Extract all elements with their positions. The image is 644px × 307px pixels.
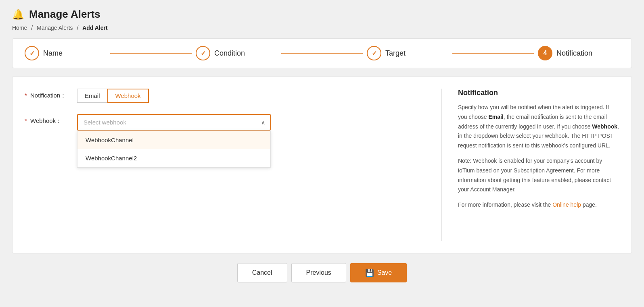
step-notification-circle: 4 [538, 46, 552, 60]
breadcrumb-sep1: / [31, 25, 33, 31]
webhook-dropdown-list: WebhookChannel WebhookChannel2 [77, 131, 271, 168]
step-name-circle: ✓ [25, 46, 39, 60]
step-name-label: Name [43, 49, 63, 58]
info-email-bold: Email [489, 114, 504, 120]
step-line-3 [452, 53, 534, 54]
breadcrumb-manage-alerts[interactable]: Manage Alerts [37, 25, 73, 31]
stepper: ✓ Name ✓ Condition ✓ Target 4 Notificati… [12, 38, 632, 68]
step-condition: ✓ Condition [196, 46, 277, 60]
webhook-label: * Webhook： [25, 114, 77, 125]
step-notification: 4 Notification [538, 46, 619, 60]
previous-button[interactable]: Previous [291, 263, 346, 282]
step-line-1 [110, 53, 192, 54]
footer-bar: Cancel Previous 💾 Save [12, 253, 632, 286]
save-label: Save [377, 269, 392, 276]
breadcrumb-current: Add Alert [82, 25, 107, 31]
info-para2: Note: Webhook is enabled for your compan… [458, 156, 619, 195]
step-target-label: Target [385, 49, 406, 58]
info-panel: Notification Specify how you will be not… [450, 89, 619, 241]
notification-row: * Notification： Email Webhook [25, 89, 433, 103]
info-para3-prefix: For more information, please visit the [458, 201, 552, 208]
step-notification-label: Notification [556, 49, 592, 58]
step-target-circle: ✓ [367, 46, 381, 60]
notification-label: * Notification： [25, 89, 77, 100]
info-para1: Specify how you will be notified when th… [458, 103, 619, 151]
webhook-option-2[interactable]: WebhookChannel2 [77, 149, 270, 167]
breadcrumb-sep2: / [77, 25, 78, 31]
webhook-label-text: Webhook： [30, 117, 62, 124]
main-content: * Notification： Email Webhook * Webhook：… [12, 76, 632, 253]
webhook-option-1[interactable]: WebhookChannel [77, 131, 270, 149]
step-line-2 [281, 53, 363, 54]
breadcrumb-home[interactable]: Home [12, 25, 27, 31]
step-condition-circle: ✓ [196, 46, 210, 60]
page-title: 🔔 Manage Alerts [12, 8, 632, 21]
webhook-select-input[interactable]: Select webhook [77, 114, 271, 131]
online-help-link[interactable]: Online help [552, 201, 581, 208]
notification-buttons: Email Webhook [77, 89, 149, 103]
webhook-button[interactable]: Webhook [107, 89, 149, 103]
email-button[interactable]: Email [77, 89, 107, 103]
step-condition-label: Condition [214, 49, 245, 58]
notification-required-star: * [25, 92, 27, 99]
save-icon: 💾 [365, 268, 374, 277]
save-button[interactable]: 💾 Save [350, 263, 407, 282]
cancel-button[interactable]: Cancel [237, 263, 287, 282]
webhook-placeholder: Select webhook [84, 119, 126, 126]
notification-label-text: Notification： [30, 92, 66, 99]
bell-icon: 🔔 [12, 9, 24, 20]
webhook-dropdown[interactable]: Select webhook ∧ WebhookChannel WebhookC… [77, 114, 271, 131]
step-target: ✓ Target [367, 46, 448, 60]
form-panel: * Notification： Email Webhook * Webhook：… [25, 89, 442, 241]
info-para3-suffix: page. [581, 201, 597, 208]
info-para3: For more information, please visit the O… [458, 200, 619, 210]
info-webhook-bold: Webhook [592, 123, 617, 130]
webhook-required-star: * [25, 117, 27, 124]
info-title: Notification [458, 89, 619, 97]
breadcrumb: Home / Manage Alerts / Add Alert [12, 25, 632, 31]
webhook-row: * Webhook： Select webhook ∧ WebhookChann… [25, 114, 433, 131]
page-title-text: Manage Alerts [29, 8, 100, 21]
step-name: ✓ Name [25, 46, 106, 60]
